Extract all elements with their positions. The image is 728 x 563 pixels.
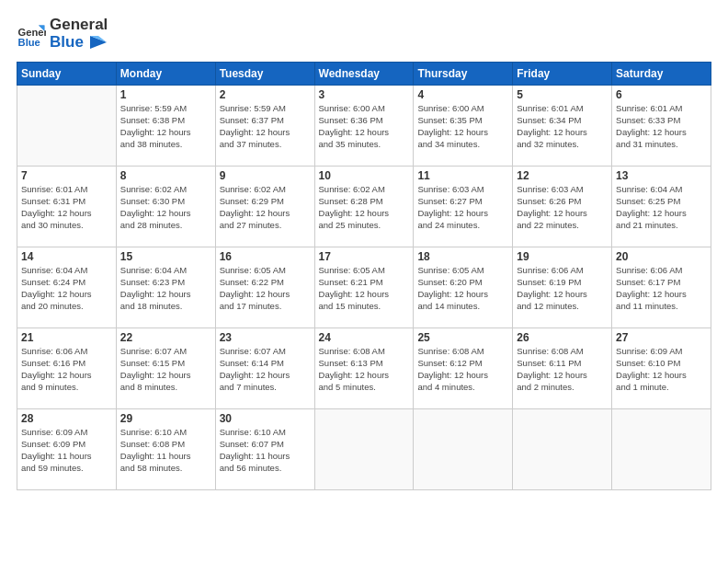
day-number: 12 [517,169,608,182]
day-info: Sunrise: 6:09 AM Sunset: 6:09 PM Dayligh… [21,427,112,474]
header: General Blue General Blue [17,17,711,51]
calendar-cell: 22Sunrise: 6:07 AM Sunset: 6:15 PM Dayli… [116,328,215,409]
calendar-week-row: 28Sunrise: 6:09 AM Sunset: 6:09 PM Dayli… [17,409,711,490]
logo-arrow-icon [90,36,107,49]
day-info: Sunrise: 6:08 AM Sunset: 6:12 PM Dayligh… [417,346,508,393]
day-number: 28 [21,412,112,425]
logo-line1: General [50,17,108,34]
day-number: 29 [120,412,211,425]
day-info: Sunrise: 6:08 AM Sunset: 6:11 PM Dayligh… [517,346,608,393]
calendar-cell: 9Sunrise: 6:02 AM Sunset: 6:29 PM Daylig… [215,167,314,247]
day-number: 4 [417,88,508,101]
day-number: 6 [616,88,707,101]
calendar-cell: 15Sunrise: 6:04 AM Sunset: 6:23 PM Dayli… [116,247,215,328]
day-info: Sunrise: 6:07 AM Sunset: 6:14 PM Dayligh… [220,346,311,393]
calendar-cell: 8Sunrise: 6:02 AM Sunset: 6:30 PM Daylig… [116,167,215,247]
calendar-cell: 3Sunrise: 6:00 AM Sunset: 6:36 PM Daylig… [314,86,414,167]
calendar-cell: 20Sunrise: 6:06 AM Sunset: 6:17 PM Dayli… [612,247,711,328]
day-number: 3 [319,88,410,101]
day-info: Sunrise: 6:05 AM Sunset: 6:22 PM Dayligh… [220,265,311,312]
calendar-week-row: 7Sunrise: 6:01 AM Sunset: 6:31 PM Daylig… [17,167,711,247]
calendar-cell: 17Sunrise: 6:05 AM Sunset: 6:21 PM Dayli… [314,247,414,328]
day-number: 18 [417,250,508,263]
calendar-cell: 4Sunrise: 6:00 AM Sunset: 6:35 PM Daylig… [414,86,513,167]
calendar-cell: 26Sunrise: 6:08 AM Sunset: 6:11 PM Dayli… [513,328,612,409]
calendar-cell [17,86,117,167]
day-info: Sunrise: 6:04 AM Sunset: 6:25 PM Dayligh… [616,184,707,231]
calendar-cell [612,409,711,490]
calendar-cell: 13Sunrise: 6:04 AM Sunset: 6:25 PM Dayli… [612,167,711,247]
calendar-week-row: 14Sunrise: 6:04 AM Sunset: 6:24 PM Dayli… [17,247,711,328]
calendar-cell: 16Sunrise: 6:05 AM Sunset: 6:22 PM Dayli… [215,247,314,328]
day-info: Sunrise: 6:05 AM Sunset: 6:21 PM Dayligh… [319,265,410,312]
calendar-cell: 1Sunrise: 5:59 AM Sunset: 6:38 PM Daylig… [116,86,215,167]
day-info: Sunrise: 6:02 AM Sunset: 6:30 PM Dayligh… [120,184,211,231]
weekday-header-sunday: Sunday [17,63,117,86]
day-number: 11 [417,169,508,182]
day-number: 16 [220,250,311,263]
calendar-cell [414,409,513,490]
day-number: 20 [616,250,707,263]
day-number: 30 [220,412,311,425]
day-number: 1 [120,88,211,101]
day-info: Sunrise: 5:59 AM Sunset: 6:37 PM Dayligh… [220,103,311,150]
weekday-header-friday: Friday [513,63,612,86]
day-number: 10 [319,169,410,182]
calendar-cell: 18Sunrise: 6:05 AM Sunset: 6:20 PM Dayli… [414,247,513,328]
calendar-cell: 21Sunrise: 6:06 AM Sunset: 6:16 PM Dayli… [17,328,117,409]
day-number: 13 [616,169,707,182]
calendar-cell: 30Sunrise: 6:10 AM Sunset: 6:07 PM Dayli… [215,409,314,490]
calendar-cell: 2Sunrise: 5:59 AM Sunset: 6:37 PM Daylig… [215,86,314,167]
day-info: Sunrise: 6:06 AM Sunset: 6:17 PM Dayligh… [616,265,707,312]
weekday-header-monday: Monday [116,63,215,86]
calendar-cell: 14Sunrise: 6:04 AM Sunset: 6:24 PM Dayli… [17,247,117,328]
day-number: 23 [220,331,311,344]
calendar-cell: 23Sunrise: 6:07 AM Sunset: 6:14 PM Dayli… [215,328,314,409]
calendar-cell: 27Sunrise: 6:09 AM Sunset: 6:10 PM Dayli… [612,328,711,409]
day-number: 8 [120,169,211,182]
day-number: 14 [21,250,112,263]
day-info: Sunrise: 6:04 AM Sunset: 6:24 PM Dayligh… [21,265,112,312]
weekday-header-saturday: Saturday [612,63,711,86]
day-info: Sunrise: 6:04 AM Sunset: 6:23 PM Dayligh… [120,265,211,312]
day-number: 17 [319,250,410,263]
page: General Blue General Blue [0,0,728,563]
calendar-cell: 25Sunrise: 6:08 AM Sunset: 6:12 PM Dayli… [414,328,513,409]
day-number: 2 [220,88,311,101]
calendar-cell [314,409,414,490]
day-info: Sunrise: 6:06 AM Sunset: 6:16 PM Dayligh… [21,346,112,393]
day-info: Sunrise: 6:02 AM Sunset: 6:29 PM Dayligh… [220,184,311,231]
day-number: 5 [517,88,608,101]
calendar-cell: 29Sunrise: 6:10 AM Sunset: 6:08 PM Dayli… [116,409,215,490]
calendar-cell: 5Sunrise: 6:01 AM Sunset: 6:34 PM Daylig… [513,86,612,167]
calendar-cell: 6Sunrise: 6:01 AM Sunset: 6:33 PM Daylig… [612,86,711,167]
day-number: 21 [21,331,112,344]
day-number: 26 [517,331,608,344]
weekday-header-thursday: Thursday [414,63,513,86]
logo: General Blue General Blue [17,17,108,51]
day-info: Sunrise: 6:01 AM Sunset: 6:34 PM Dayligh… [517,103,608,150]
day-info: Sunrise: 6:10 AM Sunset: 6:07 PM Dayligh… [220,427,311,474]
day-info: Sunrise: 6:10 AM Sunset: 6:08 PM Dayligh… [120,427,211,474]
calendar-week-row: 1Sunrise: 5:59 AM Sunset: 6:38 PM Daylig… [17,86,711,167]
day-info: Sunrise: 6:02 AM Sunset: 6:28 PM Dayligh… [319,184,410,231]
svg-text:Blue: Blue [18,36,40,47]
day-info: Sunrise: 6:06 AM Sunset: 6:19 PM Dayligh… [517,265,608,312]
day-info: Sunrise: 6:00 AM Sunset: 6:36 PM Dayligh… [319,103,410,150]
day-info: Sunrise: 5:59 AM Sunset: 6:38 PM Dayligh… [120,103,211,150]
weekday-header-tuesday: Tuesday [215,63,314,86]
calendar-table: SundayMondayTuesdayWednesdayThursdayFrid… [17,62,711,490]
day-number: 19 [517,250,608,263]
day-info: Sunrise: 6:05 AM Sunset: 6:20 PM Dayligh… [417,265,508,312]
logo-line2: Blue [50,34,108,52]
day-number: 7 [21,169,112,182]
calendar-cell [513,409,612,490]
day-info: Sunrise: 6:01 AM Sunset: 6:33 PM Dayligh… [616,103,707,150]
day-info: Sunrise: 6:09 AM Sunset: 6:10 PM Dayligh… [616,346,707,393]
calendar-cell: 7Sunrise: 6:01 AM Sunset: 6:31 PM Daylig… [17,167,117,247]
day-info: Sunrise: 6:03 AM Sunset: 6:27 PM Dayligh… [417,184,508,231]
day-number: 24 [319,331,410,344]
day-number: 25 [417,331,508,344]
day-number: 22 [120,331,211,344]
calendar-cell: 24Sunrise: 6:08 AM Sunset: 6:13 PM Dayli… [314,328,414,409]
